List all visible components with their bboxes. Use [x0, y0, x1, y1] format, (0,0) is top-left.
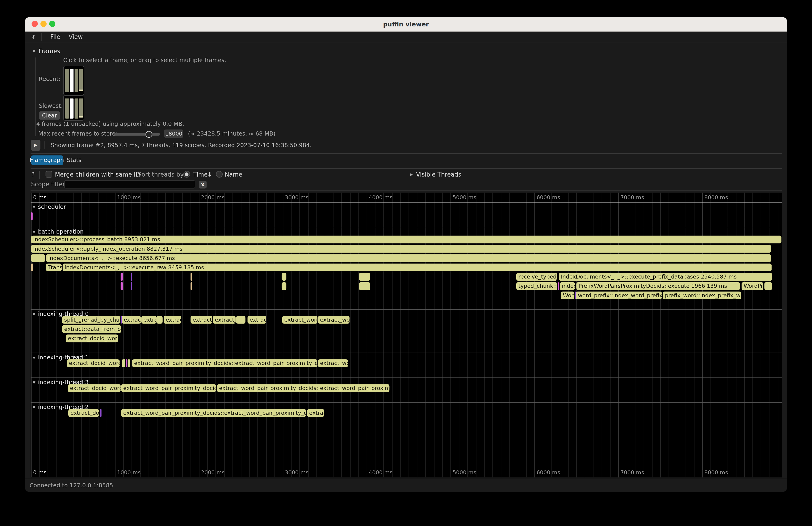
scope-bar[interactable]	[31, 212, 33, 220]
scope-bar[interactable]: Word	[561, 292, 574, 299]
scope-bar[interactable]: extrac	[164, 316, 181, 324]
scope-bar[interactable]: extract_wo	[318, 360, 348, 367]
scope-bar[interactable]: extract_docid_wor	[66, 335, 118, 342]
scope-bar[interactable]	[131, 282, 132, 290]
scope-bar[interactable]	[122, 360, 125, 367]
scope-bar[interactable]: Trans	[46, 263, 62, 271]
scope-filter-label: Scope filter:	[31, 181, 67, 188]
scope-bar[interactable]: IndexScheduler>::apply_index_operation 8…	[31, 245, 771, 253]
scope-bar[interactable]	[558, 282, 559, 290]
max-frames-slider[interactable]	[114, 133, 160, 135]
max-frames-value[interactable]: 18000	[164, 130, 183, 138]
recent-frames-thumbnail[interactable]	[63, 66, 85, 95]
scope-bar[interactable]	[764, 282, 772, 290]
scope-bar[interactable]	[575, 292, 576, 299]
clear-frames-button[interactable]: Clear	[39, 111, 60, 120]
section-separator	[31, 227, 782, 227]
scope-bar[interactable]: extract	[247, 316, 266, 324]
scope-bar[interactable]: split_grenad_by_chun	[62, 316, 120, 324]
scope-bar[interactable]	[236, 316, 245, 324]
thread-section-header[interactable]: ▼batch-operation	[33, 229, 84, 235]
scope-bar[interactable]: extract_docid_word	[68, 384, 121, 392]
title-bar: puffin viewer	[25, 17, 787, 32]
scope-bar[interactable]: extract_	[190, 316, 212, 324]
scope-bar[interactable]	[121, 282, 122, 290]
play-button[interactable]: ▶	[31, 140, 40, 151]
help-button[interactable]: ?	[31, 171, 35, 178]
scope-bar[interactable]: extract_word_pair_proximity_docids	[121, 384, 216, 392]
ruler-tick-label: 5000 ms	[453, 469, 476, 476]
scope-bar[interactable]	[190, 273, 192, 281]
frames-section-header[interactable]: ▼ Frames	[33, 48, 60, 55]
minimize-window-button[interactable]	[40, 20, 47, 27]
scope-bar[interactable]	[31, 254, 45, 262]
scope-bar[interactable]	[131, 273, 132, 281]
scope-bar[interactable]	[282, 282, 287, 290]
menu-view[interactable]: View	[69, 33, 83, 40]
scope-bar[interactable]: extract_word	[282, 316, 318, 324]
merge-children-checkbox[interactable]	[46, 171, 53, 177]
scope-bar[interactable]: IndexDocuments<_, _>::execute 8656.677 m…	[46, 254, 771, 262]
zoom-window-button[interactable]	[49, 20, 55, 27]
scope-bar[interactable]: typed_chunk::w	[516, 282, 557, 290]
scope-bar[interactable]: extract_word_pair_proximity_docids::extr…	[121, 409, 306, 417]
scope-bar[interactable]	[128, 360, 130, 367]
scope-bar[interactable]: extract	[122, 316, 141, 324]
scope-filter-input[interactable]	[64, 180, 195, 189]
slowest-frames-thumbnail[interactable]	[63, 95, 85, 121]
tab-flamegraph[interactable]: Flamegraph	[31, 155, 63, 165]
grid-line	[467, 192, 468, 477]
scope-bar[interactable]	[121, 273, 122, 281]
grid-line	[660, 192, 661, 477]
scope-bar[interactable]: extract_doc	[68, 409, 99, 417]
frame-bar[interactable]	[79, 69, 83, 91]
tab-stats[interactable]: Stats	[67, 157, 81, 164]
scope-bar[interactable]: extract::data_from_ob	[62, 325, 121, 333]
scope-bar[interactable]: IndexDocuments<_, _>::execute_prefix_dat…	[559, 273, 772, 281]
scope-bar[interactable]: PrefixWordPairsProximityDocids::execute …	[576, 282, 740, 290]
frame-bar[interactable]	[70, 99, 74, 119]
scope-bar[interactable]: extrac	[307, 409, 324, 417]
scope-bar[interactable]: extract_docid_word	[67, 360, 119, 367]
scope-bar[interactable]	[359, 282, 370, 290]
frame-bar[interactable]	[79, 99, 83, 118]
grid-line	[207, 192, 208, 477]
scope-bar[interactable]: WordPr	[742, 282, 763, 290]
scope-bar[interactable]	[282, 273, 287, 281]
clear-filter-button[interactable]: x	[199, 180, 207, 188]
menu-file[interactable]: File	[50, 33, 60, 40]
scope-bar[interactable]	[120, 316, 121, 324]
scope-bar[interactable]: extract_wo	[318, 316, 349, 324]
scope-bar[interactable]	[31, 263, 33, 271]
scope-bar[interactable]: prefix_word::index_prefix_wo	[663, 292, 741, 299]
frame-bar[interactable]	[75, 69, 78, 92]
scope-bar[interactable]: extract_	[213, 316, 235, 324]
thread-section-header[interactable]: ▼scheduler	[33, 203, 66, 210]
frame-bar[interactable]	[70, 69, 74, 92]
scope-bar[interactable]	[100, 409, 101, 417]
scope-bar[interactable]	[126, 360, 128, 367]
flamegraph-canvas[interactable]: 0 ms0 ms1000 ms1000 ms2000 ms2000 ms3000…	[31, 192, 782, 477]
theme-toggle-icon[interactable]: ✳	[31, 33, 36, 40]
scope-bar[interactable]	[156, 316, 163, 324]
close-window-button[interactable]	[31, 20, 38, 27]
scope-bar[interactable]: extract_word_pair_proximity_docids::extr…	[132, 360, 318, 367]
sort-descending-icon[interactable]: ⬇	[207, 171, 212, 178]
grid-line	[434, 192, 434, 477]
visible-threads-header[interactable]: ▶ Visible Threads	[410, 171, 461, 178]
max-frames-slider-knob[interactable]	[146, 131, 152, 138]
scope-bar[interactable]: extract_word_pair_proximity_docids::extr…	[217, 384, 389, 392]
scope-bar[interactable]: extra	[141, 316, 156, 324]
scope-bar[interactable]	[190, 282, 192, 290]
scope-bar[interactable]	[359, 273, 370, 281]
sort-time-radio[interactable]	[183, 171, 190, 177]
scope-bar[interactable]: IndexDocuments<_, _>::execute_raw 8459.1…	[62, 263, 771, 271]
frame-bar[interactable]	[66, 69, 69, 92]
frame-bar[interactable]	[66, 99, 69, 119]
scope-bar[interactable]: IndexScheduler>::process_batch 8953.821 …	[31, 236, 781, 244]
scope-bar[interactable]: word_prefix::index_word_prefix_	[576, 292, 662, 299]
frame-bar[interactable]	[75, 99, 78, 119]
scope-bar[interactable]: receive_typed_	[516, 273, 557, 281]
sort-name-radio[interactable]	[216, 171, 222, 177]
scope-bar[interactable]: index	[560, 282, 575, 290]
